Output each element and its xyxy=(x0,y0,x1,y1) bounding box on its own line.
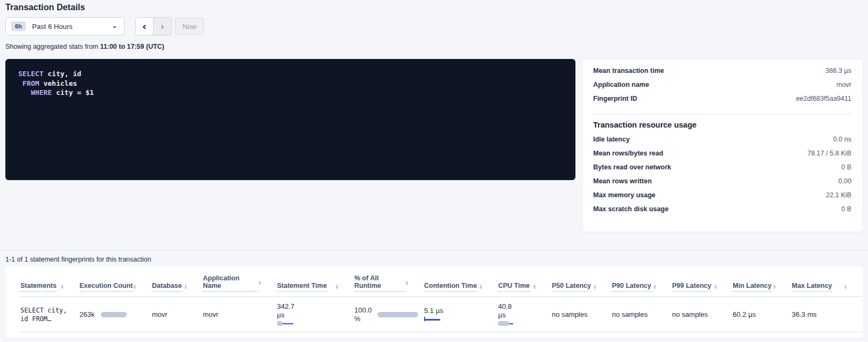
detail-label: Fingerprint ID xyxy=(593,95,637,102)
table-header-row: Statements ▲▼ Execution Count ▲▼ Databas… xyxy=(20,266,863,297)
detail-value: 0.00 xyxy=(838,177,851,185)
runtime-pct-unit: % xyxy=(354,315,372,323)
cell-application-name: movr xyxy=(203,310,277,318)
sql-text: city = $1 xyxy=(52,88,94,96)
next-time-button[interactable]: › xyxy=(154,18,171,35)
detail-label: Mean rows/bytes read xyxy=(593,150,663,157)
column-header-label[interactable]: P50 Latency xyxy=(552,282,591,292)
cell-p50-latency: no samples xyxy=(552,310,612,318)
execution-count-bar xyxy=(101,312,127,317)
page-title: Transaction Details xyxy=(5,3,85,12)
column-header-label[interactable]: % of All Runtime xyxy=(354,274,406,292)
contention-time-value: 5.1 µs xyxy=(424,307,498,315)
cpu-time-value: 40.8 xyxy=(498,302,552,311)
cell-runtime-pct: 100.0 % xyxy=(354,306,424,323)
sort-icon[interactable]: ▲▼ xyxy=(259,280,261,286)
sql-keyword: SELECT xyxy=(18,70,43,78)
transaction-details-page: Transaction Details 6h Past 6 Hours ⌄ ‹ … xyxy=(0,0,868,342)
detail-row: Application name movr xyxy=(593,81,851,95)
section-divider xyxy=(0,250,868,250)
sort-icon[interactable]: ▲▼ xyxy=(654,284,656,289)
sql-line: FROM vehicles xyxy=(18,79,563,88)
sql-statement-card: SELECT city, id FROM vehicles WHERE city… xyxy=(5,59,575,180)
column-header-label[interactable]: Min Latency xyxy=(733,282,771,292)
column-header-database: Database ▲▼ xyxy=(152,282,203,292)
statement-time-unit: µs xyxy=(277,311,354,319)
detail-value: 22.1 KiB xyxy=(826,191,851,199)
sort-icon[interactable]: ▲▼ xyxy=(480,284,482,289)
sort-icon[interactable]: ▲▼ xyxy=(774,284,776,289)
stats-caption-range: 11:00 to 17:59 (UTC) xyxy=(100,43,164,50)
prev-time-button[interactable]: ‹ xyxy=(136,18,154,35)
column-header-label[interactable]: P90 Latency xyxy=(612,282,651,292)
cpu-time-bar xyxy=(498,321,525,326)
sort-icon[interactable]: ▲▼ xyxy=(185,284,187,289)
column-header-min-latency: Min Latency ▲▼ xyxy=(733,282,792,292)
column-header-p50-latency: P50 Latency ▲▼ xyxy=(552,282,612,292)
column-header-label[interactable]: Execution Count xyxy=(79,282,133,292)
detail-label: Max memory usage xyxy=(593,191,655,199)
statement-time-bar xyxy=(277,321,304,326)
time-range-dropdown[interactable]: 6h Past 6 Hours ⌄ xyxy=(5,17,125,35)
column-header-label[interactable]: Statements xyxy=(20,282,56,292)
statement-link[interactable]: SELECT city, id FROM… xyxy=(20,306,79,323)
cpu-time-unit: µs xyxy=(498,311,552,319)
detail-value: ee2df683f5aa9411 xyxy=(796,95,851,102)
sort-icon[interactable]: ▲▼ xyxy=(61,284,63,289)
detail-row: Mean transaction time 386.3 µs xyxy=(593,67,851,81)
chevron-left-icon: ‹ xyxy=(142,20,147,32)
sort-icon[interactable]: ▲▼ xyxy=(594,284,596,289)
cell-p90-latency: no samples xyxy=(612,310,672,318)
column-header-label[interactable]: Max Latency xyxy=(792,282,832,292)
chevron-down-icon: ⌄ xyxy=(112,21,118,29)
sort-icon[interactable]: ▲▼ xyxy=(534,284,536,289)
sql-line: SELECT city, id xyxy=(18,69,563,79)
sql-text: city, id xyxy=(43,70,81,78)
statements-table: Statements ▲▼ Execution Count ▲▼ Databas… xyxy=(5,266,863,337)
sort-icon[interactable]: ▲▼ xyxy=(134,284,136,289)
column-header-cpu-time: CPU Time ▲▼ xyxy=(498,282,552,292)
resource-usage-heading: Transaction resource usage xyxy=(593,121,851,129)
column-header-max-latency: Max Latency ▲▼ xyxy=(792,282,863,292)
time-range-label: Past 6 Hours xyxy=(32,23,72,31)
statement-line: SELECT city, xyxy=(20,306,79,315)
sql-text: vehicles xyxy=(39,79,77,87)
sort-icon[interactable]: ▲▼ xyxy=(406,280,408,286)
column-header-p90-latency: P90 Latency ▲▼ xyxy=(612,282,672,292)
column-header-label[interactable]: Contention Time xyxy=(424,282,477,292)
detail-value: 0 B xyxy=(841,163,851,171)
detail-row: Idle latency 0.0 ns xyxy=(593,136,851,150)
cell-max-latency: 36.3 ms xyxy=(792,310,863,318)
statement-fingerprints-caption: 1-1 of 1 statement fingerprints for this… xyxy=(5,256,151,263)
execution-count-value: 263k xyxy=(79,310,94,318)
sort-icon[interactable]: ▲▼ xyxy=(844,284,847,289)
column-header-label[interactable]: Application Name xyxy=(203,274,259,292)
column-header-statements: Statements ▲▼ xyxy=(20,282,79,292)
cell-min-latency: 60.2 µs xyxy=(733,310,792,318)
detail-label: Idle latency xyxy=(593,136,630,143)
panel-divider xyxy=(593,114,851,114)
statement-line: id FROM… xyxy=(20,315,79,323)
runtime-pct-value: 100.0 xyxy=(354,306,372,315)
column-header-label[interactable]: Statement Time xyxy=(277,282,327,292)
column-header-label[interactable]: Database xyxy=(152,282,182,292)
column-header-label[interactable]: P99 Latency xyxy=(672,282,711,292)
cell-contention-time: 5.1 µs xyxy=(424,307,498,322)
detail-row: Max memory usage 22.1 KiB xyxy=(593,191,851,205)
sql-indent xyxy=(18,79,23,87)
sort-icon[interactable]: ▲▼ xyxy=(714,284,717,289)
time-range-badge: 6h xyxy=(11,21,26,31)
detail-label: Mean transaction time xyxy=(593,67,664,75)
detail-value: 386.3 µs xyxy=(826,67,851,75)
detail-row: Max scratch disk usage 0 B xyxy=(593,205,851,219)
transaction-details-panel: Mean transaction time 386.3 µs Applicati… xyxy=(582,59,863,232)
now-button[interactable]: Now xyxy=(175,18,204,35)
sql-indent xyxy=(18,88,31,96)
detail-value: 0.0 ns xyxy=(833,136,851,143)
detail-label: Max scratch disk usage xyxy=(593,205,668,213)
cell-cpu-time: 40.8 µs xyxy=(498,302,552,326)
detail-label: Mean rows written xyxy=(593,177,652,185)
cell-p99-latency: no samples xyxy=(672,310,733,318)
column-header-label[interactable]: CPU Time xyxy=(498,282,530,292)
sort-icon[interactable]: ▲▼ xyxy=(336,284,338,289)
